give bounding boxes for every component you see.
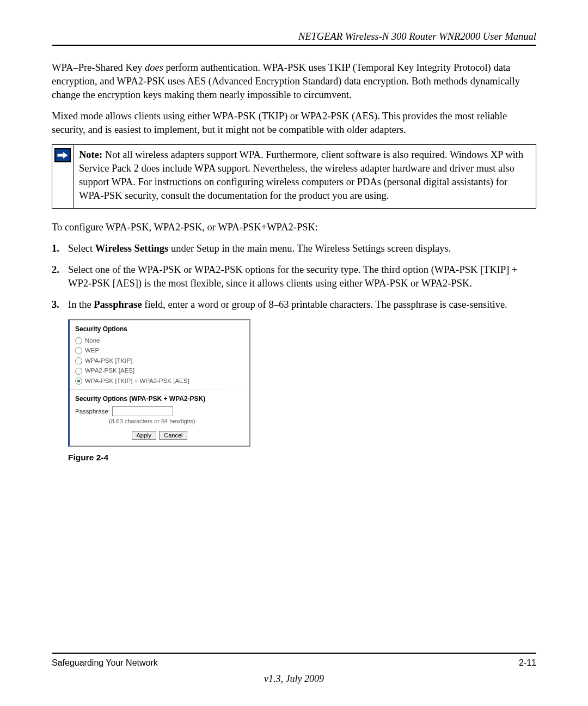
radio-row-wpa-mixed[interactable]: WPA-PSK [TKIP] + WPA2-PSK [AES]	[75, 377, 244, 386]
steps-intro: To configure WPA-PSK, WPA2-PSK, or WPA-P…	[52, 221, 536, 234]
step-2: 2. Select one of the WPA-PSK or WPA2-PSK…	[52, 263, 536, 290]
header-title: NETGEAR Wireless-N 300 Router WNR2000 Us…	[298, 31, 536, 42]
passphrase-row: Passphrase:	[75, 406, 244, 416]
passphrase-hint: (8-63 characters or 64 hexdigits)	[109, 417, 244, 425]
security-options-panel: Security Options None WEP WPA-PSK [TKIP]…	[68, 319, 250, 447]
button-row: Apply Cancel	[75, 425, 244, 441]
footer-version: v1.3, July 2009	[52, 672, 536, 685]
passphrase-input[interactable]	[112, 406, 173, 416]
steps-list: 1. Select Wireless Settings under Setup …	[52, 242, 536, 312]
paragraph-1: WPA–Pre-Shared Key does perform authenti…	[52, 61, 536, 102]
arrow-right-icon	[54, 148, 71, 162]
radio-icon[interactable]	[75, 357, 82, 364]
note-text: Note: Not all wireless adapters support …	[74, 145, 536, 208]
step-3: 3. In the Passphrase field, enter a word…	[52, 298, 536, 312]
radio-icon[interactable]	[75, 347, 82, 354]
manual-page: NETGEAR Wireless-N 300 Router WNR2000 Us…	[0, 0, 588, 706]
radio-row-wpa-psk[interactable]: WPA-PSK [TKIP]	[75, 357, 244, 366]
note-icon-cell	[52, 145, 74, 208]
figure-caption: Figure 2-4	[68, 452, 536, 464]
page-header: NETGEAR Wireless-N 300 Router WNR2000 Us…	[52, 30, 536, 46]
page-footer: Safeguarding Your Network 2-11 v1.3, Jul…	[52, 653, 536, 685]
radio-row-wpa2-psk[interactable]: WPA2-PSK [AES]	[75, 367, 244, 375]
radio-icon[interactable]	[75, 368, 82, 375]
radio-row-wep[interactable]: WEP	[75, 346, 244, 355]
apply-button[interactable]: Apply	[132, 431, 157, 440]
paragraph-2: Mixed mode allows clients using either W…	[52, 109, 536, 137]
cancel-button[interactable]: Cancel	[159, 431, 187, 440]
radio-icon[interactable]	[75, 378, 82, 385]
footer-section: Safeguarding Your Network	[52, 657, 158, 669]
security-options-title: Security Options	[75, 325, 244, 333]
divider	[70, 389, 249, 390]
footer-page-number: 2-11	[519, 657, 536, 669]
footer-rule	[52, 653, 536, 654]
note-box: Note: Not all wireless adapters support …	[52, 144, 536, 209]
security-options-subtitle: Security Options (WPA-PSK + WPA2-PSK)	[75, 394, 244, 403]
step-1: 1. Select Wireless Settings under Setup …	[52, 242, 536, 255]
figure-2-4: Security Options None WEP WPA-PSK [TKIP]…	[68, 319, 536, 464]
radio-row-none[interactable]: None	[75, 337, 244, 345]
radio-icon[interactable]	[75, 337, 82, 344]
